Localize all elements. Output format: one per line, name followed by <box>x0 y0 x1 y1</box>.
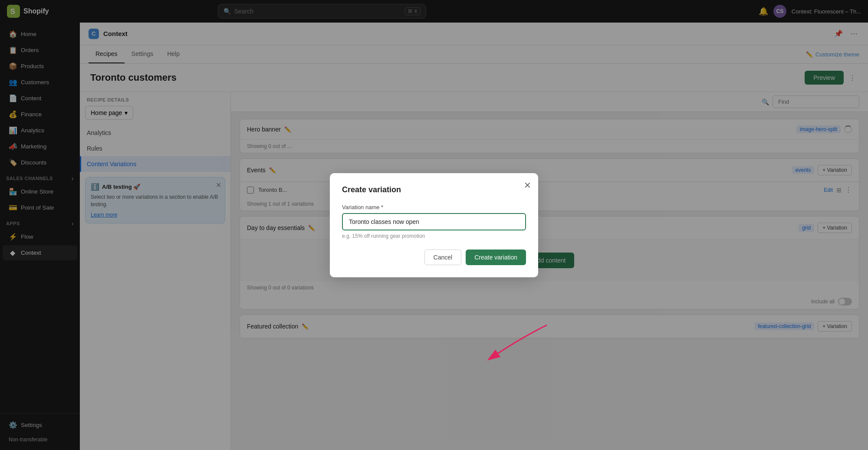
modal-overlay[interactable]: ✕ Create variation Variation name * e.g.… <box>0 0 868 450</box>
variation-name-input[interactable] <box>342 213 526 230</box>
create-variation-button[interactable]: Create variation <box>466 250 526 265</box>
modal-title: Create variation <box>342 185 526 194</box>
create-variation-modal: ✕ Create variation Variation name * e.g.… <box>330 173 538 277</box>
arrow-annotation <box>477 321 556 373</box>
variation-name-label: Variation name * <box>342 204 526 210</box>
modal-close-button[interactable]: ✕ <box>524 180 531 191</box>
variation-name-hint: e.g. 15% off running gear promotion <box>342 233 526 239</box>
cancel-button[interactable]: Cancel <box>424 250 462 265</box>
modal-actions: Cancel Create variation <box>342 250 526 265</box>
